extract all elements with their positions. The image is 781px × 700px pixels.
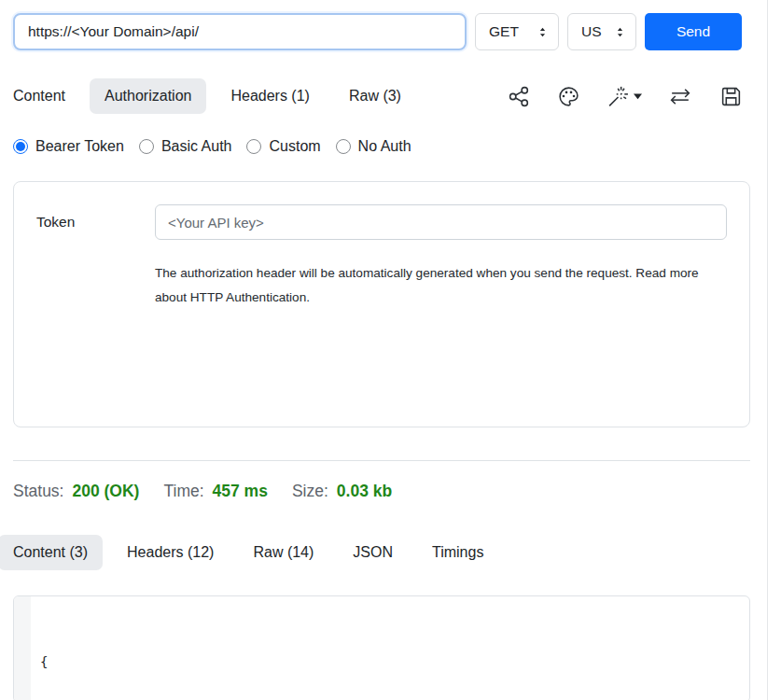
auth-option-label: No Auth: [358, 138, 411, 155]
response-tabs: Content (3) Headers (12) Raw (14) JSON T…: [13, 535, 750, 570]
generate-code-button[interactable]: [607, 85, 642, 108]
swap-arrows-icon: [668, 85, 693, 108]
share-button[interactable]: [508, 85, 531, 108]
locale-select[interactable]: US: [567, 13, 636, 50]
token-row: Token: [36, 204, 727, 240]
response-json-code: { "message": "API running." }: [40, 605, 749, 700]
tab-response-content[interactable]: Content (3): [0, 535, 103, 570]
token-panel: Token The authorization header will be a…: [13, 181, 750, 427]
token-label: Token: [36, 204, 155, 240]
save-request-button[interactable]: [719, 85, 743, 108]
code-gutter: [14, 596, 31, 700]
share-icon: [508, 85, 531, 108]
auth-option-basic[interactable]: Basic Auth: [139, 138, 232, 155]
chevron-down-icon: [634, 93, 642, 100]
updown-arrows-icon: [614, 25, 626, 39]
request-bar: GET US Send: [13, 13, 750, 50]
tab-response-timings[interactable]: Timings: [417, 535, 498, 570]
radio-icon[interactable]: [246, 139, 261, 154]
main-content: GET US Send Content Authorization Header…: [0, 0, 767, 700]
tab-response-json[interactable]: JSON: [338, 535, 408, 570]
tab-content[interactable]: Content: [0, 78, 80, 114]
auth-option-bearer[interactable]: Bearer Token: [13, 138, 124, 155]
compare-button[interactable]: [668, 85, 693, 108]
radio-icon[interactable]: [139, 139, 154, 154]
send-button[interactable]: Send: [645, 13, 742, 50]
magic-wand-icon: [607, 85, 630, 108]
locale-select-value: US: [581, 23, 602, 40]
method-select[interactable]: GET: [475, 13, 559, 50]
status-code-value: 200 (OK): [72, 482, 139, 501]
toolbar-icons: [508, 85, 743, 108]
tab-raw[interactable]: Raw (3): [334, 78, 416, 114]
time-item: Time: 457 ms: [163, 482, 267, 501]
radio-icon[interactable]: [336, 139, 351, 154]
size-item: Size: 0.03 kb: [292, 482, 392, 501]
help-line-1: The authorization header will be automat…: [155, 266, 699, 280]
token-help-text: The authorization header will be automat…: [155, 261, 727, 310]
updown-arrows-icon: [537, 25, 549, 39]
radio-selected-icon[interactable]: [13, 139, 28, 154]
auth-option-custom[interactable]: Custom: [246, 138, 320, 155]
size-value: 0.03 kb: [337, 482, 392, 501]
theme-button[interactable]: [557, 85, 580, 108]
save-icon: [719, 85, 743, 108]
palette-icon: [557, 85, 580, 108]
auth-option-label: Custom: [269, 138, 320, 155]
size-label: Size:: [292, 482, 328, 501]
tab-response-raw[interactable]: Raw (14): [238, 535, 328, 570]
app-page: GET US Send Content Authorization Header…: [0, 0, 768, 700]
auth-type-options: Bearer Token Basic Auth Custom No Auth: [13, 138, 750, 155]
tab-authorization[interactable]: Authorization: [90, 78, 206, 114]
status-label: Status:: [13, 482, 63, 501]
response-body-panel[interactable]: { "message": "API running." }: [13, 595, 750, 700]
request-tabs: Content Authorization Headers (1) Raw (3…: [13, 78, 750, 114]
time-label: Time:: [163, 482, 203, 501]
tab-headers[interactable]: Headers (1): [216, 78, 324, 114]
method-select-value: GET: [489, 23, 519, 40]
time-value: 457 ms: [213, 482, 268, 501]
url-input[interactable]: [13, 13, 467, 50]
status-item: Status: 200 (OK): [13, 482, 139, 501]
help-line-2: about HTTP Authentication.: [155, 290, 310, 304]
auth-option-label: Basic Auth: [161, 138, 232, 155]
auth-option-label: Bearer Token: [35, 138, 124, 155]
auth-option-noauth[interactable]: No Auth: [336, 138, 411, 155]
token-input[interactable]: [155, 204, 727, 240]
tab-response-headers[interactable]: Headers (12): [112, 535, 229, 570]
code-line: {: [40, 651, 749, 674]
section-divider: [13, 460, 750, 461]
response-status-bar: Status: 200 (OK) Time: 457 ms Size: 0.03…: [13, 482, 750, 501]
